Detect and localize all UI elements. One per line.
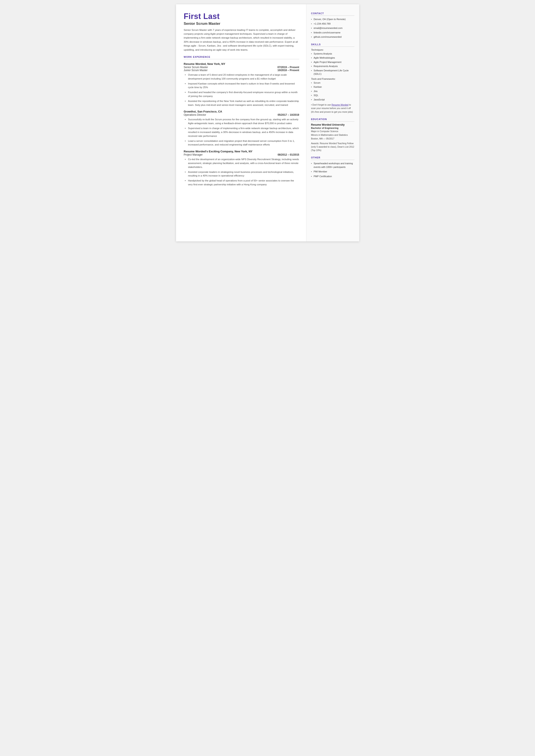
skill-tech-0: Systems Analysis xyxy=(311,52,354,56)
edu-school: Resume Worded University xyxy=(311,123,354,126)
work-entry-2: Growthsi, San Francisco, CA Operations D… xyxy=(184,110,299,147)
skill-tech-1: Agile Methodologies xyxy=(311,56,354,60)
skill-tech-2: Agile Project Management xyxy=(311,60,354,64)
skill-tool-2: Jira xyxy=(311,90,354,93)
date-1b: 10/2018 – Present xyxy=(277,69,299,72)
bullet-1-1: Oversaw a team of 5 direct and 20 indire… xyxy=(184,73,299,81)
contact-item-1: +1-234-456-789 xyxy=(311,22,354,26)
role-2a: Operations Director xyxy=(184,113,206,116)
work-row-1a: Senior Scrum Master 07/2019 – Present xyxy=(184,66,299,69)
right-column: CONTACT Denver, OH (Open to Remote) +1-2… xyxy=(306,4,359,241)
bullet-2-3: Lead a server consolidation and migratio… xyxy=(184,139,299,147)
skill-tech-4: Software Development Life Cycle (SDLC) xyxy=(311,69,354,76)
work-row-1b: Junior Scrum Master 10/2018 – Present xyxy=(184,69,299,72)
skills-note: • Don't forget to use Resume Worded to s… xyxy=(311,103,354,114)
work-row-2a: Operations Director 05/2017 – 10/2019 xyxy=(184,113,299,116)
bullet-1-3: Founded and headed the company's first d… xyxy=(184,91,299,98)
skills-note-prefix: • Don't forget to use xyxy=(311,103,332,106)
role-1a: Senior Scrum Master xyxy=(184,66,208,69)
skills-section-title: SKILLS xyxy=(311,43,354,47)
role-1b: Junior Scrum Master xyxy=(184,69,208,72)
work-experience-section-title: WORK EXPERIENCE xyxy=(184,56,299,59)
contact-item-0: Denver, OH (Open to Remote) xyxy=(311,17,354,21)
bullets-3: Co-led the development of an organizatio… xyxy=(184,157,299,187)
other-list: Spearheaded workshops and training event… xyxy=(311,162,354,178)
other-item-0: Spearheaded workshops and training event… xyxy=(311,162,354,169)
contact-section-title: CONTACT xyxy=(311,12,354,16)
candidate-summary: Senior Scrum Master with 7 years of expe… xyxy=(184,28,299,52)
tools-label: Tools and Frameworks: xyxy=(311,78,354,80)
skill-tool-3: SQL xyxy=(311,94,354,97)
techniques-label: Techniques: xyxy=(311,48,354,51)
techniques-list: Systems Analysis Agile Methodologies Agi… xyxy=(311,52,354,76)
resume-page: First Last Senior Scrum Master Senior Sc… xyxy=(176,4,359,241)
other-item-1: PMI Member xyxy=(311,170,354,174)
edu-major: Major in Computer Science xyxy=(311,129,354,133)
resume-worded-link[interactable]: Resume Worded xyxy=(331,103,349,106)
bullet-1-2: Imposed Kanban concepts which increased … xyxy=(184,82,299,90)
edu-awards: Awards: Resume Worded Teaching Fellow (o… xyxy=(311,142,354,152)
contact-list: Denver, OH (Open to Remote) +1-234-456-7… xyxy=(311,17,354,39)
bullet-3-2: Assisted corporate leaders in strategizi… xyxy=(184,170,299,178)
left-column: First Last Senior Scrum Master Senior Sc… xyxy=(176,4,306,241)
bullet-1-4: Assisted the repositioning of the New Yo… xyxy=(184,99,299,107)
skill-tech-3: Requirements Analysis xyxy=(311,65,354,68)
date-1a: 07/2019 – Present xyxy=(277,66,299,69)
edu-degree: Bachelor of Engineering xyxy=(311,127,354,129)
employer-1: Resume Worded, New York, NY xyxy=(184,62,299,66)
bullets-1: Oversaw a team of 5 direct and 20 indire… xyxy=(184,73,299,107)
bullet-2-1: Successfully re-built the Scrum process … xyxy=(184,118,299,126)
other-section-title: OTHER xyxy=(311,156,354,160)
candidate-name: First Last xyxy=(184,12,299,21)
skill-tool-1: Kanban xyxy=(311,85,354,89)
contact-item-4: github.com/resumeworded xyxy=(311,35,354,39)
edu-location-date: Boston, MA — 05/2017 xyxy=(311,137,354,140)
bullets-2: Successfully re-built the Scrum process … xyxy=(184,118,299,147)
work-row-3a: Project Manager 08/2012 – 01/2015 xyxy=(184,153,299,156)
tools-list: Scrum Kanban Jira SQL JavaScript xyxy=(311,81,354,101)
education-section-title: EDUCATION xyxy=(311,118,354,122)
bullet-3-1: Co-led the development of an organizatio… xyxy=(184,157,299,169)
work-entry-3: Resume Worded's Exciting Company, New Yo… xyxy=(184,150,299,187)
candidate-job-title: Senior Scrum Master xyxy=(184,21,299,26)
work-entry-1: Resume Worded, New York, NY Senior Scrum… xyxy=(184,62,299,107)
bullet-3-3: Handpicked by the global head of operati… xyxy=(184,179,299,187)
skill-tool-0: Scrum xyxy=(311,81,354,85)
contact-item-2: email@resumeworded.com xyxy=(311,26,354,30)
date-3a: 08/2012 – 01/2015 xyxy=(277,153,299,156)
bullet-2-2: Supervised a team in charge of implement… xyxy=(184,126,299,138)
role-3a: Project Manager xyxy=(184,153,203,156)
other-item-2: PMP Certification xyxy=(311,175,354,178)
header-section: First Last Senior Scrum Master Senior Sc… xyxy=(184,12,299,52)
employer-2: Growthsi, San Francisco, CA xyxy=(184,110,299,113)
employer-3: Resume Worded's Exciting Company, New Yo… xyxy=(184,150,299,153)
contact-item-3: linkedin.com/in/username xyxy=(311,31,354,35)
edu-minors: Minors in Mathematics and Statistics xyxy=(311,133,354,137)
skill-tool-4: JavaScript xyxy=(311,98,354,101)
date-2a: 05/2017 – 10/2019 xyxy=(277,113,299,116)
